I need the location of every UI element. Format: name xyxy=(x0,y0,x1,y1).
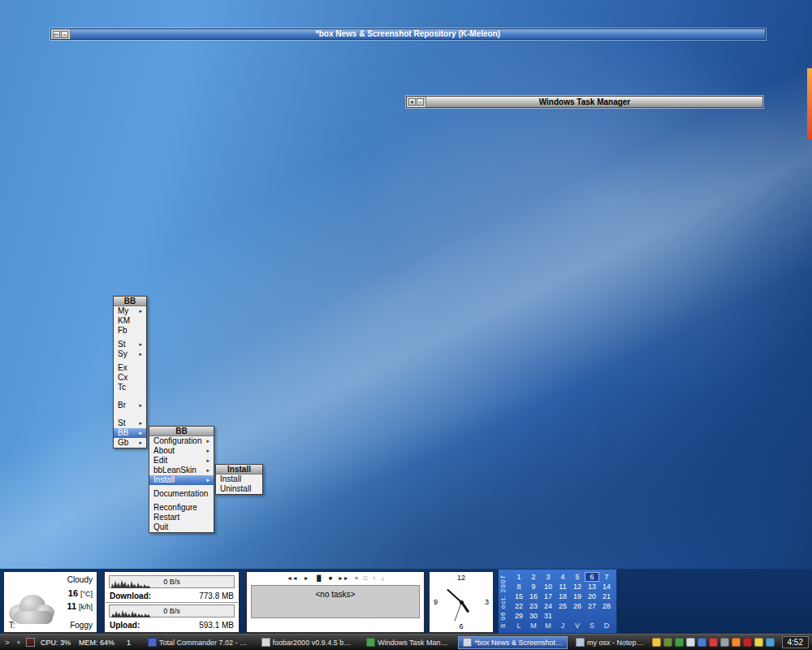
taskbar-clock[interactable]: 4:52 xyxy=(782,636,809,648)
calendar-day-28[interactable]: 28 xyxy=(599,601,614,611)
calendar-day-30[interactable]: 30 xyxy=(526,611,541,621)
pause-icon[interactable]: ▐▌ xyxy=(315,574,323,583)
stop-icon[interactable]: ■ xyxy=(329,574,332,583)
taskbar-task[interactable]: Windows Task Manager xyxy=(362,636,454,649)
calendar-day-16[interactable]: 16 xyxy=(526,592,541,601)
menu-item-about[interactable]: About▸ xyxy=(149,446,214,456)
analog-clock-widget[interactable]: 12 3 6 9 xyxy=(429,571,494,633)
window-titlebar-news[interactable]: ⊢ ▫ *box News & Screenshot Repository (K… xyxy=(50,28,766,40)
calendar-day-13[interactable]: 13 xyxy=(585,582,599,592)
calendar-day-4[interactable]: 4 xyxy=(555,572,570,582)
tray-icon-6[interactable] xyxy=(709,638,718,647)
menu-item-sy[interactable]: Sy▸ xyxy=(114,349,146,359)
calendar-day-2[interactable]: 2 xyxy=(526,572,541,582)
calendar-day-29[interactable]: 29 xyxy=(512,611,526,621)
playlist-icon[interactable]: ≡ xyxy=(355,574,358,583)
menu-item-quit[interactable]: Quit xyxy=(149,522,214,532)
menu-item-label: Install xyxy=(220,474,241,484)
calendar-day-15[interactable]: 15 xyxy=(512,592,526,601)
calendar-day-11[interactable]: 11 xyxy=(555,582,570,592)
menu-item-st[interactable]: St▸ xyxy=(114,340,146,349)
task-label: my osx - Notepad2 xyxy=(587,639,644,647)
menu-item-reconfigure[interactable]: Reconfigure xyxy=(149,503,214,513)
calendar-day-21[interactable]: 21 xyxy=(599,592,614,601)
workspace-indicator[interactable]: 1 xyxy=(127,639,131,647)
menu-item-restart[interactable]: Restart xyxy=(149,513,214,522)
menu-item-cx[interactable]: Cx xyxy=(114,373,146,383)
tray-icon-9[interactable] xyxy=(743,638,752,647)
calendar-day-8[interactable]: 8 xyxy=(512,582,526,592)
menu-item-br[interactable]: Br▸ xyxy=(114,401,146,410)
calendar-day-7[interactable]: 7 xyxy=(599,572,614,582)
next-icon[interactable]: ►► xyxy=(338,574,349,583)
calendar-day-6[interactable]: 6 xyxy=(585,572,599,582)
tray-icon-5[interactable] xyxy=(698,638,706,647)
workspace-prev-button[interactable]: > xyxy=(3,639,11,647)
submenu-arrow-icon: ▸ xyxy=(139,349,142,359)
tray-icon-10[interactable] xyxy=(754,638,763,647)
menu-item-fb[interactable]: Fb xyxy=(114,326,146,336)
workspace-add-button[interactable]: + xyxy=(15,639,23,647)
taskbar-task[interactable]: my osx - Notepad2 xyxy=(572,636,648,649)
maximize-icon[interactable]: ▫ xyxy=(61,31,68,38)
calendar-day-22[interactable]: 22 xyxy=(512,601,526,611)
maximize-icon[interactable]: ▫ xyxy=(417,98,424,106)
weather-condition: Cloudy xyxy=(67,575,93,584)
menu-item-tc[interactable]: Tc xyxy=(114,383,146,392)
menu-item-bb[interactable]: BB▸ xyxy=(114,428,146,438)
menu-item-st[interactable]: St▸ xyxy=(114,418,146,428)
calendar-day-27[interactable]: 27 xyxy=(585,601,599,611)
calendar-day-19[interactable]: 19 xyxy=(570,592,585,601)
calendar-day-1[interactable]: 1 xyxy=(512,572,526,582)
menu-item-gb[interactable]: Gb▸ xyxy=(114,438,146,448)
calendar-day-18[interactable]: 18 xyxy=(555,592,570,601)
transfer-widget[interactable]: 0 B/s Download: 773.8 MB 0 B/s Upload: 5… xyxy=(104,571,240,633)
weather-widget[interactable]: Cloudy 16 [°C] 11 [k/h] T: Foggy xyxy=(3,571,97,633)
calendar-day-31[interactable]: 31 xyxy=(541,611,555,621)
calendar-day-17[interactable]: 17 xyxy=(541,592,555,601)
calendar-day-23[interactable]: 23 xyxy=(526,601,541,611)
window-titlebar-taskmgr[interactable]: ▾ ▫ Windows Task Manager xyxy=(406,96,763,108)
menu-item-my[interactable]: My▸ xyxy=(114,306,146,316)
calendar-day-3[interactable]: 3 xyxy=(541,572,555,582)
play-icon[interactable]: ► xyxy=(304,574,309,583)
calendar-day-25[interactable]: 25 xyxy=(555,601,570,611)
calendar-day-9[interactable]: 9 xyxy=(526,582,541,592)
weather-t-label: T: xyxy=(9,621,15,630)
tray-icon-11[interactable] xyxy=(766,638,775,647)
menu-item-label: Ex xyxy=(118,363,127,373)
menu-item-configuration[interactable]: Configuration▸ xyxy=(149,436,214,446)
menu-item-bbleanskin[interactable]: bbLeanSkin▸ xyxy=(149,466,214,475)
calendar-widget[interactable]: S 06 oct. 2007 1234567891011121314151617… xyxy=(498,569,617,634)
shade-icon[interactable]: ⊢ xyxy=(53,31,60,38)
player-widget[interactable]: ◄◄►▐▌■►►≡□↑↓ <no tasks> xyxy=(246,571,425,633)
prev-icon[interactable]: ◄◄ xyxy=(287,574,298,583)
calendar-day-12[interactable]: 12 xyxy=(570,582,585,592)
tray-icon-4[interactable] xyxy=(686,638,695,647)
menu-item-uninstall[interactable]: Uninstall xyxy=(216,484,262,494)
calendar-day-26[interactable]: 26 xyxy=(570,601,585,611)
calendar-day-20[interactable]: 20 xyxy=(585,592,599,601)
menu-item-install[interactable]: Install xyxy=(216,474,262,484)
tray-icon-2[interactable] xyxy=(663,638,672,647)
menu-item-ex[interactable]: Ex xyxy=(114,363,146,373)
menu-item-install[interactable]: Install▸ xyxy=(149,475,214,485)
tray-icon-3[interactable] xyxy=(675,638,684,647)
calendar-day-24[interactable]: 24 xyxy=(541,601,555,611)
tray-icon-7[interactable] xyxy=(720,638,729,647)
tray-icon-1[interactable] xyxy=(652,638,661,647)
menu-item-documentation[interactable]: Documentation xyxy=(149,489,214,499)
taskbar-task[interactable]: *box News & Screenshot R... xyxy=(458,636,568,649)
shade-icon[interactable]: ▾ xyxy=(408,98,416,106)
calendar-day-5[interactable]: 5 xyxy=(570,572,585,582)
tray-icon-8[interactable] xyxy=(732,638,741,647)
taskbar-task[interactable]: Total Commander 7.02 - Un... xyxy=(144,636,253,649)
calendar-day-14[interactable]: 14 xyxy=(599,582,614,592)
scroll-down-icon[interactable]: ↓ xyxy=(382,574,385,583)
calendar-day-10[interactable]: 10 xyxy=(541,582,555,592)
taskbar-task[interactable]: foobar2000 v0.9.4.5 beta 1 xyxy=(257,636,359,649)
scroll-up-icon[interactable]: ↑ xyxy=(373,574,376,583)
menu-item-km[interactable]: KM xyxy=(114,316,146,326)
stack-icon[interactable]: □ xyxy=(364,574,367,583)
menu-item-edit[interactable]: Edit▸ xyxy=(149,456,214,466)
